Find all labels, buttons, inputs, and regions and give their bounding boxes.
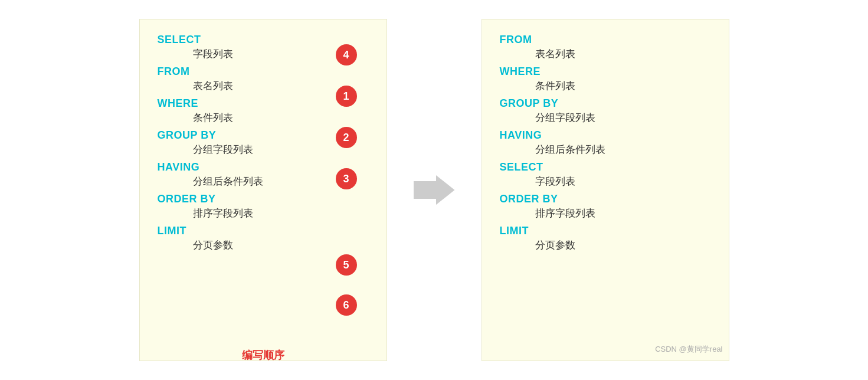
badge-1: 1 [336,86,357,107]
groupby-keyword-left: GROUP BY [158,129,363,142]
groupby-subtext-left: 分组字段列表 [193,143,363,156]
limit-keyword-right: LIMIT [500,225,705,237]
arrow-container [411,175,458,205]
orderby-keyword-left: ORDER BY [158,193,363,205]
from-block-right: FROM 表名列表 [500,34,705,61]
having-keyword-left: HAVING [158,161,363,173]
select-block-right: SELECT 字段列表 [500,161,705,188]
limit-block-right: LIMIT 分页参数 [500,225,705,252]
from-block-left: FROM 表名列表 [158,65,363,93]
from-keyword-left: FROM [158,65,363,78]
where-block-left: WHERE 条件列表 [158,97,363,125]
where-keyword-left: WHERE [158,97,363,110]
having-keyword-right: HAVING [500,129,705,142]
watermark: CSDN @黄同学real [655,344,722,355]
badge-2: 2 [336,127,357,148]
groupby-keyword-right: GROUP BY [500,97,705,110]
left-panel: SELECT 字段列表 4 FROM 表名列表 1 WHERE 条件列表 2 G… [139,19,387,361]
having-block-right: HAVING 分组后条件列表 [500,129,705,156]
limit-subtext-left: 分页参数 [193,238,363,252]
having-block-left: HAVING 分组后条件列表 [158,161,363,188]
groupby-block-right: GROUP BY 分组字段列表 [500,97,705,125]
orderby-keyword-right: ORDER BY [500,193,705,205]
from-subtext-right: 表名列表 [535,47,705,61]
badge-4: 4 [336,44,357,65]
limit-subtext-right: 分页参数 [535,238,705,252]
having-subtext-right: 分组后条件列表 [535,143,705,156]
orderby-block-left: ORDER BY 排序字段列表 [158,193,363,220]
right-panel: FROM 表名列表 WHERE 条件列表 GROUP BY 分组字段列表 HAV… [482,19,729,361]
groupby-subtext-right: 分组字段列表 [535,111,705,125]
limit-keyword-left: LIMIT [158,225,363,237]
badge-6: 6 [336,294,357,316]
where-subtext-right: 条件列表 [535,79,705,93]
orderby-subtext-left: 排序字段列表 [193,207,363,220]
limit-block-left: LIMIT 分页参数 [158,225,363,252]
from-keyword-right: FROM [500,34,705,46]
where-keyword-right: WHERE [500,65,705,78]
main-container: SELECT 字段列表 4 FROM 表名列表 1 WHERE 条件列表 2 G… [12,19,856,361]
select-subtext-right: 字段列表 [535,175,705,188]
where-block-right: WHERE 条件列表 [500,65,705,93]
groupby-block-left: GROUP BY 分组字段列表 [158,129,363,156]
badge-5: 5 [336,254,357,276]
orderby-block-right: ORDER BY 排序字段列表 [500,193,705,220]
where-subtext-left: 条件列表 [193,111,363,125]
badge-3: 3 [336,168,357,189]
select-keyword-left: SELECT [158,34,363,46]
select-keyword-right: SELECT [500,161,705,173]
orderby-subtext-right: 排序字段列表 [535,207,705,220]
right-arrow-icon [414,175,455,205]
select-block-left: SELECT 字段列表 [158,34,363,61]
